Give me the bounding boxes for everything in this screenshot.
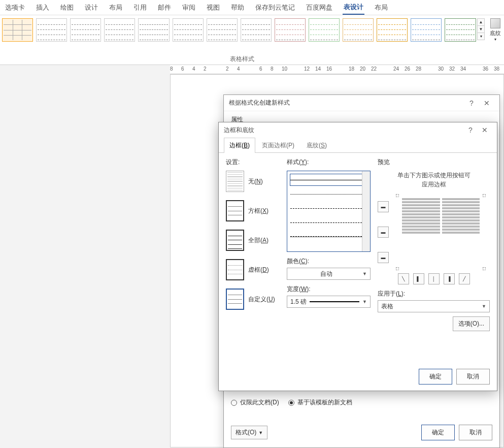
gallery-more[interactable]: ▾ [477,33,485,40]
dialog-title: 边框和底纹 [224,126,254,135]
radio-doc-only[interactable] [231,400,237,406]
setting-custom[interactable]: 自定义(U) [226,289,287,310]
table-style-thumb[interactable] [104,18,135,42]
style-dashed-s[interactable] [290,203,367,214]
border-diag2-btn[interactable]: ╱ [459,273,470,284]
table-styles-gallery [2,18,476,42]
gallery-scroll: ▲ ▼ ▾ [477,18,485,40]
ribbon-group-label: 表格样式 [0,55,484,63]
border-diag1-btn[interactable]: ╲ [398,273,409,284]
table-style-thumb[interactable] [377,18,408,42]
tab-mail[interactable]: 邮件 [157,1,172,14]
table-style-thumb[interactable] [207,18,238,42]
help-button[interactable]: ? [463,126,478,134]
gallery-down[interactable]: ▼ [477,25,485,33]
style-label: 样式(Y): [287,158,371,167]
style-listbox[interactable] [287,171,371,252]
cancel-button[interactable]: 取消 [459,425,492,440]
tab-insert[interactable]: 插入 [35,1,50,14]
radio-doc-only-label: 仅限此文档(D) [240,398,279,407]
tab-border[interactable]: 边框(B) [224,138,255,153]
radio-template[interactable] [288,400,294,406]
preview-label: 预览 [378,158,490,167]
tab-help[interactable]: 帮助 [230,1,245,14]
table-style-thumb[interactable] [309,18,340,42]
tab-table-layout[interactable]: 布局 [374,1,389,14]
tab-layout[interactable]: 布局 [108,1,123,14]
tab-save-cloud[interactable]: 保存到云笔记 [254,1,296,14]
apply-dropdown[interactable]: 表格▼ [378,300,490,312]
border-bot-btn[interactable]: ▬ [378,252,389,263]
style-dotted[interactable] [290,188,367,200]
ribbon-tabs: 选项卡 插入 绘图 设计 布局 引用 邮件 审阅 视图 帮助 保存到云笔记 百度… [0,0,504,15]
tab-shading[interactable]: 底纹(S) [301,138,332,153]
tab-draw[interactable]: 绘图 [59,1,75,14]
width-label: 宽度(W): [287,285,371,294]
color-dropdown[interactable]: 自动▼ [287,268,371,280]
options-button[interactable]: 选项(O)... [453,316,490,331]
setting-box[interactable]: 方框(X) [226,200,287,221]
table-style-thumb[interactable] [275,18,306,42]
horizontal-ruler[interactable]: 86422468101214161820222426283032343638 [170,65,504,74]
width-dropdown[interactable]: 1.5 磅▼ [287,296,371,308]
table-style-thumb[interactable] [411,18,442,42]
borders-shading-dialog: 边框和底纹 ? ✕ 边框(B) 页面边框(P) 底纹(S) 设置: 无(N) 方… [218,122,497,391]
preview-hint: 单击下方图示或使用按钮可应用边框 [378,171,490,189]
dialog-tabs: 边框(B) 页面边框(P) 底纹(S) [219,138,497,153]
ribbon-content: ▲ ▼ ▾ 底纹 ▾ 表格样式 [0,15,504,65]
border-right-btn[interactable]: ▐ [444,273,455,284]
setting-grid[interactable]: 虚框(D) [226,259,287,280]
shading-label: 底纹 [490,29,501,37]
tab-table-design[interactable]: 表设计 [343,1,364,15]
table-style-thumb[interactable] [70,18,101,42]
tab-baidu[interactable]: 百度网盘 [305,1,333,14]
preview-sample[interactable] [396,194,486,270]
style-dashdot[interactable] [290,231,367,242]
setting-none[interactable]: 无(N) [226,171,287,192]
radio-template-label: 基于该模板的新文档 [297,398,352,407]
style-solid[interactable] [290,174,367,185]
scrollbar[interactable] [362,171,370,251]
gallery-up[interactable]: ▲ [477,18,485,26]
border-mid-btn[interactable]: ▬ [378,227,389,238]
close-button[interactable]: ✕ [479,99,494,107]
color-label: 颜色(C): [287,257,371,266]
table-style-thumb[interactable] [36,18,67,42]
border-vmid-btn[interactable]: │ [428,273,440,284]
ok-button[interactable]: 确定 [421,425,455,440]
tab-page-border[interactable]: 页面边框(P) [256,138,300,153]
help-button[interactable]: ? [464,99,479,107]
tab-review[interactable]: 审阅 [181,1,196,14]
table-style-thumb[interactable] [138,18,169,42]
setting-all[interactable]: 全部(A) [226,230,287,251]
apply-label: 应用于(L): [378,290,490,298]
dialog-title: 根据格式化创建新样式 [229,99,290,107]
table-style-thumb[interactable] [445,18,476,42]
paint-bucket-icon [490,18,500,28]
table-style-thumb[interactable] [343,18,374,42]
border-top-btn[interactable]: ▬ [378,201,389,212]
table-style-thumb[interactable] [2,18,33,42]
tab-design[interactable]: 设计 [84,1,99,14]
tab-references[interactable]: 引用 [132,1,148,14]
close-button[interactable]: ✕ [478,126,492,134]
tab-options[interactable]: 选项卡 [4,1,26,14]
tab-view[interactable]: 视图 [206,1,221,14]
table-style-thumb[interactable] [173,18,204,42]
format-dropdown[interactable]: 格式(O)▼ [231,426,267,439]
ok-button[interactable]: 确定 [419,369,452,385]
style-dashed-m[interactable] [290,217,367,228]
shading-button[interactable]: 底纹 ▾ [489,18,502,42]
settings-label: 设置: [226,158,287,167]
table-style-thumb[interactable] [241,18,272,42]
cancel-button[interactable]: 取消 [456,369,490,385]
border-left-btn[interactable]: ▌ [413,273,424,284]
